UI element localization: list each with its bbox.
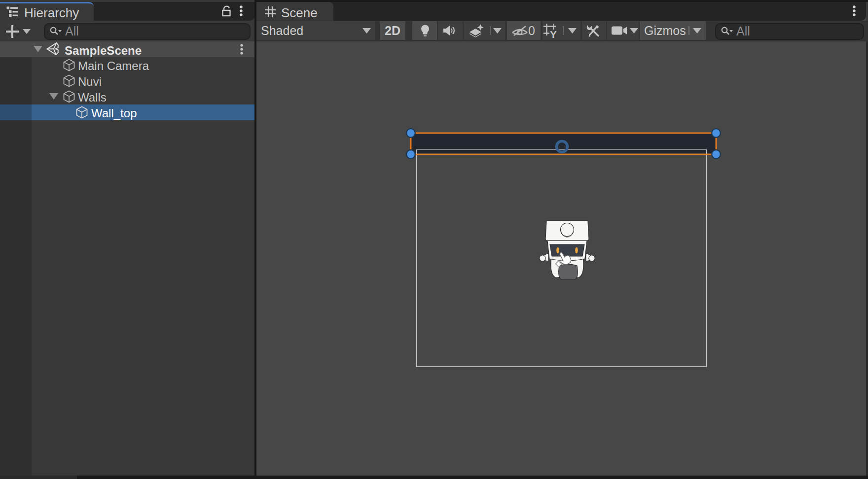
svg-text:Y: Y [550,29,557,38]
